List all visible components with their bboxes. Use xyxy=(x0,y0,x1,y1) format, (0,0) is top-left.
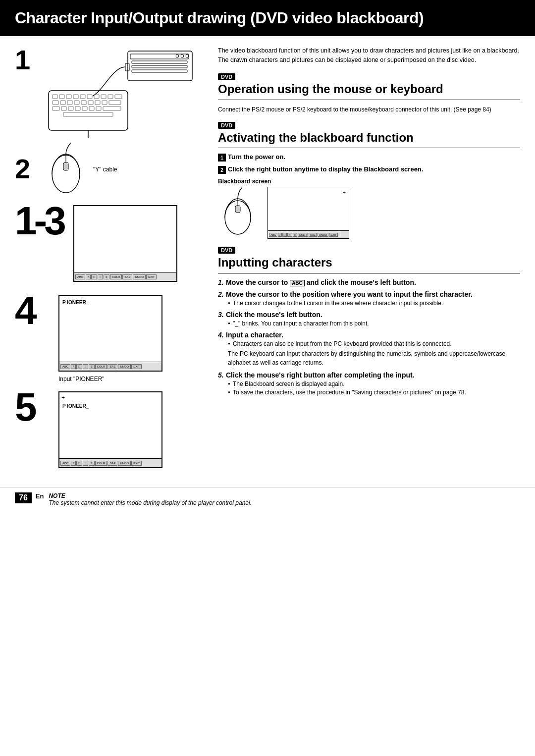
svg-rect-3 xyxy=(132,65,187,68)
step-2-content: "Y" cable xyxy=(44,142,117,196)
plus-icon: + xyxy=(343,189,346,195)
bb-toolbar-undo[interactable]: UNDO xyxy=(318,233,328,237)
toolbar-sae[interactable]: SAE xyxy=(122,274,132,279)
activating-step-2-title: 2 Click the right button anytime to disp… xyxy=(218,165,520,174)
pioneer-text-2: P IONEER_ xyxy=(59,399,161,409)
bb-screen-mockup: + ABC / □ ○ ≡ COLR SAE UNDO EXIT xyxy=(268,187,349,239)
section-3-heading: Inputting characters xyxy=(218,256,520,273)
step-2-row: 2 "Y" cable xyxy=(15,142,198,196)
toolbar-circ-4[interactable]: ○ xyxy=(83,364,89,369)
toolbar-abc-5[interactable]: ABC xyxy=(60,461,70,466)
toolbar-exit-5[interactable]: EXIT xyxy=(131,461,142,466)
toolbar-lines[interactable]: ≡ xyxy=(104,274,109,279)
screen-mockup-pioneer: P IONEER_ ABC / □ ○ ≡ COLR SAE UNDO EXIT xyxy=(58,295,162,372)
toolbar-colr-5[interactable]: COLR xyxy=(95,461,107,466)
toolbar-slash-4[interactable]: / xyxy=(71,364,76,369)
toolbar-rect-5[interactable]: □ xyxy=(76,461,82,466)
svg-point-7 xyxy=(186,54,189,57)
screen-toolbar-3: ABC / □ ○ ≡ COLR SAE UNDO EXIT xyxy=(59,458,161,467)
bb-toolbar-sae[interactable]: SAE xyxy=(309,233,317,237)
toolbar-lines-5[interactable]: ≡ xyxy=(89,461,95,466)
step-icon-2: 2 xyxy=(218,166,226,174)
svg-rect-35 xyxy=(96,107,101,110)
input-step-5-title: 5. Click the mouse's right button after … xyxy=(218,371,520,379)
toolbar-slash[interactable]: / xyxy=(86,274,91,279)
toolbar-exit[interactable]: EXIT xyxy=(146,274,157,279)
svg-rect-22 xyxy=(67,101,72,105)
activating-step-1-text: Turn the power on. xyxy=(228,153,285,161)
input-step-3-title: 3. Click the mouse's left button. xyxy=(218,311,520,319)
y-cable-label: "Y" cable xyxy=(93,165,117,173)
input-step-3: 3. Click the mouse's left button. "_" br… xyxy=(218,311,520,327)
step-13-screen: ABC / □ ○ ≡ COLR SAE UNDO EXIT xyxy=(73,201,177,286)
step-italic-2: 2. xyxy=(218,290,224,298)
svg-rect-10 xyxy=(53,95,57,99)
toolbar-undo-5[interactable]: UNDO xyxy=(118,461,131,466)
svg-rect-31 xyxy=(68,107,73,110)
svg-rect-21 xyxy=(60,101,65,105)
activating-step-2-text: Click the right button anytime to displa… xyxy=(228,165,423,173)
toolbar-circ[interactable]: ○ xyxy=(98,274,104,279)
input-step-4-title: 4. Input a character. xyxy=(218,331,520,339)
device-keyboard-svg xyxy=(44,46,202,140)
toolbar-slash-5[interactable]: / xyxy=(71,461,76,466)
mouse-svg-1 xyxy=(44,142,88,196)
bb-toolbar-slash[interactable]: / xyxy=(278,233,282,237)
page-title: Character Input/Output drawing (DVD vide… xyxy=(15,9,424,27)
svg-rect-27 xyxy=(102,101,107,105)
bb-toolbar-rect[interactable]: □ xyxy=(282,233,287,237)
svg-rect-1 xyxy=(130,54,189,59)
svg-rect-30 xyxy=(61,107,66,110)
step-5-row: 5 + P IONEER_ ABC / □ ○ ≡ COLR SAE UNDO … xyxy=(15,387,198,472)
input-step-5: 5. Click the mouse's right button after … xyxy=(218,371,520,396)
bb-toolbar-circ[interactable]: ○ xyxy=(287,233,292,237)
svg-rect-18 xyxy=(108,95,113,99)
svg-rect-37 xyxy=(63,112,113,116)
input-pioneer-label: Input "PIONEER" xyxy=(58,376,162,382)
note-text: The system cannot enter this mode during… xyxy=(49,499,252,506)
footer-left: 76 En xyxy=(15,492,44,503)
right-column: The video blackboard function of this un… xyxy=(208,36,535,487)
left-column: 1 xyxy=(0,36,208,487)
toolbar-rect[interactable]: □ xyxy=(91,274,97,279)
step-13-row: 1-3 ABC / □ ○ ≡ COLR SAE UNDO EXIT xyxy=(15,201,198,286)
toolbar-lines-4[interactable]: ≡ xyxy=(89,364,95,369)
toolbar-undo[interactable]: UNDO xyxy=(133,274,146,279)
bb-toolbar-abc[interactable]: ABC xyxy=(269,233,277,237)
input-step-3-text: Click the mouse's left button. xyxy=(226,311,322,319)
svg-rect-33 xyxy=(82,107,87,110)
toolbar-colr[interactable]: COLR xyxy=(110,274,122,279)
mouse-illustration-2 xyxy=(218,187,258,238)
toolbar-sae-4[interactable]: SAE xyxy=(107,364,117,369)
toolbar-colr-4[interactable]: COLR xyxy=(95,364,107,369)
bb-toolbar-colr[interactable]: COLR xyxy=(298,233,308,237)
svg-rect-11 xyxy=(59,95,64,99)
page-footer: 76 En NOTE The system cannot enter this … xyxy=(0,487,535,511)
step-5-number: 5 xyxy=(15,387,54,427)
svg-rect-0 xyxy=(128,51,192,81)
svg-rect-43 xyxy=(235,206,240,213)
activating-step-1: 1 Turn the power on. xyxy=(218,153,520,162)
step-1-device-illustration xyxy=(44,46,202,142)
step-italic-1: 1. xyxy=(218,278,224,286)
toolbar-exit-4[interactable]: EXIT xyxy=(131,364,142,369)
bb-toolbar-exit[interactable]: EXIT xyxy=(329,233,338,237)
toolbar-sae-5[interactable]: SAE xyxy=(107,461,117,466)
step-13-number: 1-3 xyxy=(15,201,69,241)
toolbar-undo-4[interactable]: UNDO xyxy=(118,364,131,369)
toolbar-circ-5[interactable]: ○ xyxy=(83,461,89,466)
svg-point-5 xyxy=(176,54,179,57)
bb-toolbar-eq[interactable]: ≡ xyxy=(293,233,297,237)
toolbar-abc-4[interactable]: ABC xyxy=(60,364,70,369)
svg-rect-24 xyxy=(81,101,86,105)
step-4-screen: P IONEER_ ABC / □ ○ ≡ COLR SAE UNDO EXIT… xyxy=(58,291,162,382)
svg-rect-16 xyxy=(94,95,99,99)
footer-note: NOTE The system cannot enter this mode d… xyxy=(49,492,252,506)
activating-step-1-title: 1 Turn the power on. xyxy=(218,153,520,162)
svg-rect-14 xyxy=(80,95,85,99)
toolbar-rect-4[interactable]: □ xyxy=(76,364,82,369)
svg-rect-17 xyxy=(101,95,106,99)
toolbar-abc[interactable]: ABC xyxy=(75,274,85,279)
input-step-2-text: Move the cursor to the position where yo… xyxy=(226,290,473,298)
input-step-1: 1. Move the cursor to ABC and click the … xyxy=(218,278,520,286)
